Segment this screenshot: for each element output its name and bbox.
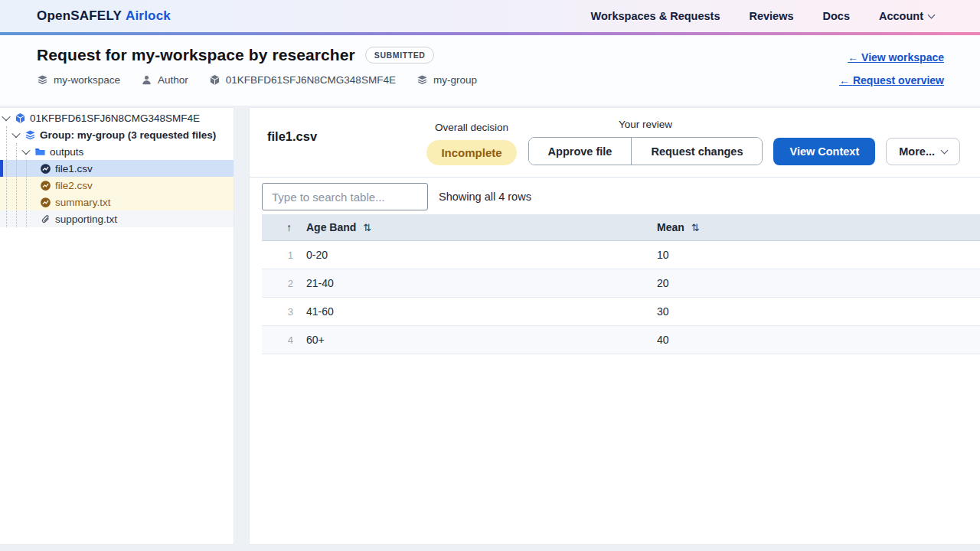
meta-group: my-group [416, 74, 477, 86]
file-title: file1.csv [267, 129, 317, 144]
column-header-label: Age Band [306, 221, 356, 233]
more-menu-button[interactable]: More... [886, 138, 960, 165]
package-icon [15, 112, 26, 124]
approve-file-button[interactable]: Approve file [529, 138, 632, 165]
tree-guide-line [26, 160, 27, 227]
top-nav: OpenSAFELYAirlock Workspaces & Requests … [0, 0, 980, 32]
column-header-mean[interactable]: Mean ⇅ [657, 221, 980, 233]
row-number: 2 [262, 278, 300, 289]
meta-workspace-label: my-workspace [54, 74, 120, 86]
overall-decision-label: Overall decision [435, 122, 508, 133]
nav-account-label: Account [879, 10, 923, 22]
layers-icon [416, 74, 428, 86]
chevron-down-icon[interactable] [11, 129, 20, 138]
paperclip-icon [40, 214, 51, 225]
file-chart-icon [40, 197, 51, 208]
tree-item-label: supporting.txt [55, 214, 117, 225]
more-menu-label: More... [899, 145, 935, 158]
nav-account-menu[interactable]: Account [879, 10, 934, 22]
meta-request-id: 01KFBFD61SFJ6N8CMG348SMF4E [209, 74, 396, 86]
table-row: 3 41-60 30 [262, 298, 980, 326]
row-count-text: Showing all 4 rows [439, 191, 531, 203]
table-row: 2 21-40 20 [262, 269, 980, 298]
review-button-group: Approve file Request changes [528, 137, 763, 165]
sort-icon: ⇅ [363, 222, 371, 233]
app-logo[interactable]: OpenSAFELYAirlock [37, 8, 171, 24]
tree-item-request-root[interactable]: 01KFBFD61SFJ6N8CMG348SMF4E [0, 109, 234, 126]
page-title: Request for my-workspace by researcher [37, 46, 355, 64]
column-header-age-band[interactable]: Age Band ⇅ [300, 221, 657, 233]
column-header-label: Mean [657, 221, 684, 233]
cell-mean: 30 [657, 305, 980, 318]
cell-mean: 40 [657, 334, 980, 346]
sort-icon: ⇅ [691, 222, 700, 233]
logo-opensafely: OpenSAFELY [37, 8, 122, 23]
package-icon [209, 74, 220, 86]
file-tree: 01KFBFD61SFJ6N8CMG348SMF4E Group: my-gro… [0, 108, 234, 227]
overall-decision-badge: Incomplete [426, 140, 516, 165]
table-controls: Showing all 4 rows [262, 183, 980, 210]
primary-nav: Workspaces & Requests Reviews Docs Accou… [591, 10, 934, 22]
tree-item-label: outputs [50, 146, 83, 158]
chevron-down-icon [928, 11, 936, 18]
row-number-column-header[interactable]: ↑ [262, 221, 300, 233]
row-number: 4 [262, 334, 300, 346]
sorted-ascending-icon: ↑ [286, 221, 292, 233]
tree-guide-line [6, 126, 7, 227]
tree-item-summary-txt[interactable]: summary.txt [0, 194, 234, 210]
tree-item-label: file1.csv [55, 163, 93, 174]
cell-age-band: 41-60 [300, 305, 657, 318]
meta-author: Author [141, 74, 188, 86]
tree-item-group[interactable]: Group: my-group (3 requested files) [0, 126, 234, 143]
your-review-label: Your review [619, 119, 672, 130]
cell-age-band: 21-40 [300, 277, 657, 289]
cell-age-band: 60+ [300, 334, 657, 346]
file-review-panel: file1.csv Overall decision Incomplete Yo… [249, 107, 980, 545]
request-metadata: my-workspace Author 01KFBFD61SFJ6N8CMG34… [37, 74, 477, 86]
view-workspace-link[interactable]: ← View workspace [848, 51, 944, 64]
tree-item-file1-csv[interactable]: file1.csv [0, 160, 234, 177]
request-overview-link[interactable]: ← Request overview [839, 74, 944, 86]
tree-item-label: file2.csv [55, 180, 93, 191]
meta-group-label: my-group [433, 74, 477, 86]
tree-guide-line [16, 143, 17, 227]
row-number: 3 [262, 306, 300, 318]
chevron-down-icon[interactable] [2, 112, 10, 121]
meta-workspace: my-workspace [37, 74, 120, 86]
file-chart-icon [40, 180, 51, 191]
layers-icon [37, 74, 48, 86]
data-table: ↑ Age Band ⇅ Mean ⇅ 1 0-20 10 2 21-40 2 [262, 214, 980, 354]
cell-mean: 10 [657, 249, 980, 261]
tree-item-file2-csv[interactable]: file2.csv [0, 177, 234, 194]
tree-item-supporting-txt[interactable]: supporting.txt [0, 210, 234, 227]
logo-airlock: Airlock [126, 8, 171, 23]
file-tree-sidebar: 01KFBFD61SFJ6N8CMG348SMF4E Group: my-gro… [0, 107, 234, 545]
meta-request-id-label: 01KFBFD61SFJ6N8CMG348SMF4E [226, 74, 396, 86]
layers-icon [24, 129, 36, 141]
request-changes-button[interactable]: Request changes [631, 138, 762, 165]
view-context-button[interactable]: View Context [773, 138, 875, 165]
table-row: 4 60+ 40 [262, 326, 980, 354]
nav-docs[interactable]: Docs [823, 10, 850, 22]
cell-age-band: 0-20 [300, 249, 657, 261]
nav-workspaces-requests[interactable]: Workspaces & Requests [591, 10, 720, 22]
tree-item-outputs-folder[interactable]: outputs [0, 143, 234, 160]
table-search-input[interactable] [262, 183, 428, 210]
cell-mean: 20 [657, 277, 980, 289]
folder-icon [34, 146, 46, 158]
status-badge: SUBMITTED [365, 47, 435, 64]
row-number: 1 [262, 249, 300, 261]
table-header-row: ↑ Age Band ⇅ Mean ⇅ [262, 214, 980, 241]
meta-author-label: Author [158, 74, 188, 86]
your-review-group: Your review Approve file Request changes [528, 119, 763, 165]
request-header: Request for my-workspace by researcher S… [0, 35, 980, 106]
table-row: 1 0-20 10 [262, 241, 980, 269]
tree-item-label: 01KFBFD61SFJ6N8CMG348SMF4E [30, 112, 200, 124]
nav-reviews[interactable]: Reviews [749, 10, 793, 22]
tree-item-label: Group: my-group (3 requested files) [40, 129, 216, 141]
tree-item-label: summary.txt [55, 197, 111, 208]
overall-decision-group: Overall decision Incomplete [426, 122, 516, 165]
file-chart-icon [40, 163, 51, 174]
chevron-down-icon [941, 146, 949, 154]
chevron-down-icon[interactable] [21, 146, 30, 155]
